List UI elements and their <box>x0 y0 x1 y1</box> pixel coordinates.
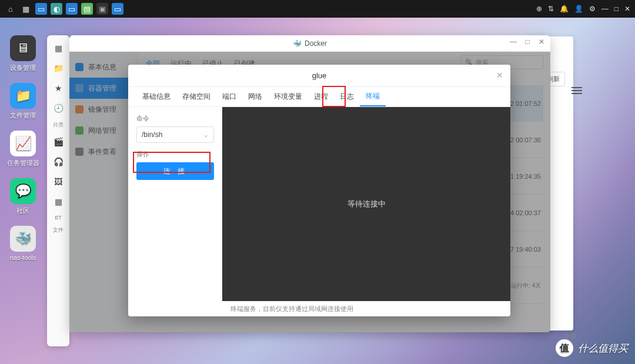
taskbar-app-4[interactable]: ▤ <box>81 3 93 15</box>
window-minimize[interactable]: — <box>508 38 519 46</box>
taskbar-app-5[interactable]: ▣ <box>96 3 108 15</box>
watermark-badge: 值 <box>556 339 573 357</box>
dock-grid2-icon[interactable]: ▦ <box>51 195 65 209</box>
docker-icon: 🐳 <box>293 39 301 48</box>
modal-close-icon[interactable]: ✕ <box>496 71 503 80</box>
network-icon[interactable]: ⇅ <box>548 5 554 13</box>
modal-tabs: 基础信息 存储空间 端口 网络 环境变量 进程 日志 终端 <box>128 87 510 107</box>
hamburger-icon[interactable] <box>572 85 582 96</box>
desktop-nas-tools[interactable]: 🐳nas-tools <box>5 226 41 261</box>
tab-env-vars[interactable]: 环境变量 <box>268 87 308 106</box>
dock-folder-icon[interactable]: 📁 <box>51 61 65 75</box>
globe-icon[interactable]: ⊕ <box>536 5 542 13</box>
desktop-community[interactable]: 💬社区 <box>5 178 41 215</box>
dock-image-icon[interactable]: 🖼 <box>51 175 65 189</box>
desktop-device-manager[interactable]: 🖥设备管理 <box>5 35 41 72</box>
left-dock: ▦ 📁 ★ 🕘 分类 🎬 🎧 🖼 ▦ BT 文件 <box>47 35 69 346</box>
settings-icon[interactable]: ⚙ <box>589 5 596 13</box>
terminal-pane: 等待连接中 <box>222 107 510 301</box>
taskbar-app-6[interactable]: ▭ <box>112 3 123 15</box>
dock-star-icon[interactable]: ★ <box>51 81 65 95</box>
tab-logs[interactable]: 日志 <box>334 87 360 106</box>
desktop-file-manager[interactable]: 📁文件管理 <box>5 83 41 120</box>
dock-bt-label: BT <box>55 215 62 221</box>
modal-title: glue ✕ <box>128 65 510 87</box>
terminal-status: 等待连接中 <box>347 199 386 209</box>
window-close[interactable]: ✕ <box>536 38 547 46</box>
command-select[interactable]: /bin/sh ⌄ <box>136 126 214 143</box>
connect-button[interactable]: 连 接 <box>136 162 214 180</box>
desktop-task-manager[interactable]: 📈任务管理器 <box>5 131 41 168</box>
desktop-icons: 🖥设备管理 📁文件管理 📈任务管理器 💬社区 🐳nas-tools <box>5 35 41 261</box>
chevron-down-icon: ⌄ <box>203 131 209 139</box>
window-titlebar: 🐳 Docker — □ ✕ <box>69 35 550 52</box>
command-label: 命令 <box>136 114 214 123</box>
tab-storage[interactable]: 存储空间 <box>176 87 216 106</box>
tab-terminal[interactable]: 终端 <box>360 87 386 106</box>
action-label: 操作 <box>136 150 214 159</box>
dock-category-label: 分类 <box>53 121 63 129</box>
dock-grid-icon[interactable]: ▦ <box>51 41 65 55</box>
dock-audio-icon[interactable]: 🎧 <box>51 155 65 169</box>
minimize-icon[interactable]: — <box>601 5 609 13</box>
dock-file-label: 文件 <box>53 226 63 234</box>
close-icon[interactable]: ✕ <box>624 5 630 13</box>
window-title: Docker <box>305 39 327 48</box>
taskbar-app-3[interactable]: ▭ <box>66 3 78 15</box>
taskbar-app-2[interactable]: ◐ <box>51 3 62 15</box>
window-maximize[interactable]: □ <box>522 38 533 46</box>
dock-clock-icon[interactable]: 🕘 <box>51 101 65 115</box>
tab-network[interactable]: 网络 <box>242 87 268 106</box>
dock-video-icon[interactable]: 🎬 <box>51 135 65 149</box>
maximize-icon[interactable]: □ <box>614 5 619 13</box>
bell-icon[interactable]: 🔔 <box>560 5 569 13</box>
home-icon[interactable]: ⌂ <box>5 3 16 15</box>
user-icon[interactable]: 👤 <box>574 5 583 13</box>
modal-footer-note: 终端服务，目前仅支持通过局域网连接使用 <box>128 301 510 316</box>
tab-basic-info[interactable]: 基础信息 <box>136 87 176 106</box>
taskbar-app-1[interactable]: ▭ <box>35 3 47 15</box>
watermark: 值 什么值得买 <box>556 339 628 357</box>
tab-ports[interactable]: 端口 <box>216 87 242 106</box>
glue-modal: glue ✕ 基础信息 存储空间 端口 网络 环境变量 进程 日志 终端 命令 … <box>128 65 510 316</box>
tab-processes[interactable]: 进程 <box>308 87 334 106</box>
apps-icon[interactable]: ▦ <box>20 3 32 15</box>
system-taskbar: ⌂ ▦ ▭ ◐ ▭ ▤ ▣ ▭ ⊕ ⇅ 🔔 👤 ⚙ — □ ✕ <box>0 0 635 18</box>
